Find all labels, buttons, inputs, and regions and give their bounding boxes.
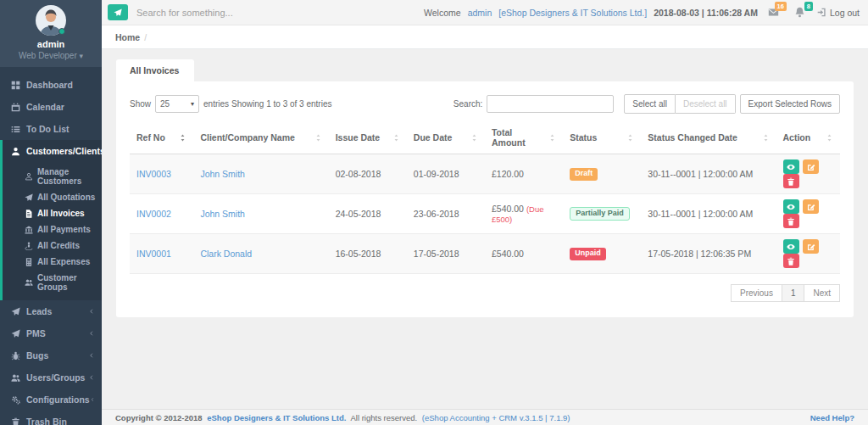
invoice-ref-link[interactable]: INV0002: [136, 209, 171, 219]
sort-icon[interactable]: [314, 134, 322, 142]
column-header-total-amount[interactable]: Total Amount: [485, 122, 563, 154]
tab-bar: All Invoices: [116, 59, 854, 81]
bug-icon: [11, 351, 20, 361]
sidebar-item-all-expenses[interactable]: All Expenses: [3, 254, 102, 270]
sort-icon[interactable]: [470, 134, 478, 142]
sort-icon[interactable]: [179, 134, 186, 142]
users-icon: [11, 373, 20, 383]
need-help-link[interactable]: Need Help?: [810, 413, 854, 422]
sidebar-item-manage-customers[interactable]: Manage Customers: [3, 164, 102, 189]
logout-button[interactable]: Log out: [817, 8, 860, 18]
invoices-table: Ref No Client/Company Name Issue Date Du…: [130, 122, 840, 274]
delete-button[interactable]: [783, 254, 799, 268]
delete-button[interactable]: [783, 174, 799, 188]
column-header-action[interactable]: Action: [776, 122, 840, 154]
sidebar-item-all-quotations[interactable]: All Quotations: [3, 189, 102, 205]
username-link[interactable]: admin: [468, 8, 492, 18]
issue-date-cell: 02-08-2018: [329, 154, 407, 194]
sidebar-item-customers-clients[interactable]: Customers/Clients: [3, 140, 102, 162]
breadcrumb-home-link[interactable]: Home: [115, 32, 140, 42]
sort-icon[interactable]: [762, 134, 770, 142]
status-badge: Partially Paid: [570, 207, 630, 221]
pagination-page-1[interactable]: 1: [782, 284, 805, 302]
client-name-link[interactable]: John Smith: [200, 209, 245, 219]
sort-icon[interactable]: [826, 134, 833, 142]
sidebar-subitem-label: All Quotations: [37, 193, 95, 202]
select-all-button[interactable]: Select all: [624, 94, 676, 114]
status-badge: Draft: [570, 168, 598, 181]
tab-all-invoices[interactable]: All Invoices: [116, 59, 194, 81]
table-search-input[interactable]: [487, 95, 614, 113]
client-name-link[interactable]: Clark Donald: [200, 249, 252, 259]
profile-role-dropdown[interactable]: Web Developer ▾: [0, 51, 102, 60]
table-controls-right: Search: Select all Deselect all Export S…: [453, 94, 840, 114]
trash-icon: [787, 217, 795, 226]
messages-button[interactable]: 16: [768, 7, 781, 18]
company-link[interactable]: [eShop Designers & IT Solutions Ltd.]: [498, 8, 647, 18]
sidebar-subitem-label: Manage Customers: [37, 167, 98, 186]
pencil-icon: [807, 203, 815, 211]
sidebar-item-label: Bugs: [26, 350, 48, 361]
street-view-icon: [25, 242, 33, 250]
table-search-label: Search:: [453, 99, 482, 109]
sidebar-item-configurations[interactable]: Configurations: [0, 389, 102, 411]
invoice-ref-link[interactable]: INV0001: [136, 249, 171, 259]
edit-button[interactable]: [803, 159, 819, 174]
paper-plane-icon: [114, 8, 122, 17]
page-size-select[interactable]: 25 ▾: [155, 95, 199, 113]
view-button[interactable]: [783, 239, 799, 254]
column-header-issue-date[interactable]: Issue Date: [329, 122, 407, 154]
sidebar-subitem-label: All Expenses: [37, 257, 90, 266]
edit-button[interactable]: [803, 199, 819, 214]
export-selected-rows-button[interactable]: Export Selected Rows: [740, 94, 840, 114]
sidebar-item-all-credits[interactable]: All Credits: [3, 238, 102, 254]
main-area: Welcome admin [eShop Designers & IT Solu…: [102, 0, 868, 425]
sort-icon[interactable]: [392, 134, 400, 142]
paper-plane-icon: [25, 193, 33, 202]
action-cell: [776, 234, 840, 274]
gears-icon: [11, 395, 20, 405]
table-row: INV0001 Clark Donald 16-05-2018 17-05-20…: [130, 234, 840, 274]
sidebar-item-leads[interactable]: Leads: [0, 300, 102, 322]
pagination: Previous 1 Next: [130, 284, 840, 302]
column-header-client[interactable]: Client/Company Name: [193, 122, 328, 154]
sort-icon[interactable]: [548, 134, 556, 142]
column-header-status[interactable]: Status: [563, 122, 641, 154]
footer-copyright: Copyright © 2012-2018 eShop Designers & …: [115, 413, 573, 422]
sidebar-item-dashboard[interactable]: Dashboard: [0, 74, 102, 96]
column-header-due-date[interactable]: Due Date: [407, 122, 485, 154]
sidebar-item-todo-list[interactable]: To Do List: [0, 118, 102, 140]
view-button[interactable]: [783, 159, 799, 174]
sidebar-item-trash-bin[interactable]: Trash Bin: [0, 411, 102, 425]
view-button[interactable]: [783, 199, 799, 214]
column-header-status-changed-date[interactable]: Status Changed Date: [641, 122, 776, 154]
invoice-ref-link[interactable]: INV0003: [136, 169, 171, 179]
sidebar-item-all-invoices[interactable]: All Invoices: [3, 205, 102, 221]
search-submit-button[interactable]: [108, 4, 128, 20]
topbar-right: Welcome admin [eShop Designers & IT Solu…: [424, 7, 860, 18]
paper-plane-icon: [11, 307, 20, 316]
pagination-previous[interactable]: Previous: [731, 284, 782, 302]
column-header-ref-no[interactable]: Ref No: [130, 122, 193, 154]
sidebar-item-all-payments[interactable]: All Payments: [3, 221, 102, 238]
footer-company-link[interactable]: eShop Designers & IT Solutions Ltd.: [207, 413, 346, 422]
search-input[interactable]: [136, 8, 391, 18]
table-header-row: Ref No Client/Company Name Issue Date Du…: [130, 122, 840, 154]
edit-button[interactable]: [803, 239, 819, 254]
sidebar-item-calendar[interactable]: Calendar: [0, 96, 102, 118]
sidebar-subitem-label: All Payments: [37, 225, 91, 234]
pagination-next[interactable]: Next: [804, 284, 840, 302]
sidebar-item-customer-groups[interactable]: Customer Groups: [3, 270, 102, 295]
footer-version-link[interactable]: (eShop Accounting + CRM v.3.1.5 | 7.1.9): [422, 413, 570, 422]
sidebar-item-pms[interactable]: PMS: [0, 322, 102, 344]
sidebar-item-users-groups[interactable]: Users/Groups: [0, 366, 102, 389]
notifications-button[interactable]: 8: [794, 7, 807, 18]
table-row: INV0003 John Smith 02-08-2018 01-09-2018…: [130, 154, 840, 194]
client-name-link[interactable]: John Smith: [200, 169, 245, 179]
eye-icon: [787, 163, 795, 171]
delete-button[interactable]: [783, 214, 799, 228]
deselect-all-button[interactable]: Deselect all: [676, 94, 736, 114]
sidebar-item-bugs[interactable]: Bugs: [0, 344, 102, 366]
sort-icon[interactable]: [626, 134, 634, 142]
customers-submenu: Manage Customers All Quotations All Invo…: [3, 162, 102, 300]
